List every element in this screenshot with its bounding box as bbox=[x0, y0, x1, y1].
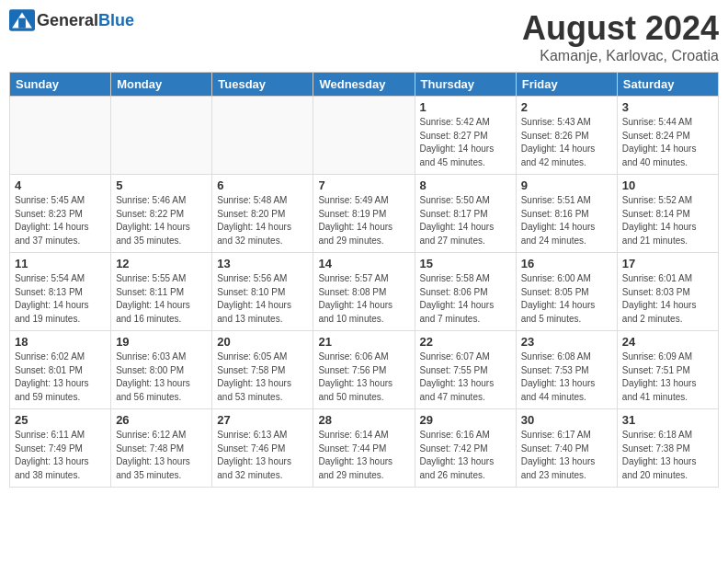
cell-date: 5 bbox=[116, 178, 207, 192]
cell-info: Sunrise: 6:16 AM Sunset: 7:42 PM Dayligh… bbox=[420, 429, 511, 482]
cell-info: Sunrise: 6:07 AM Sunset: 7:55 PM Dayligh… bbox=[420, 350, 511, 404]
calendar-cell bbox=[10, 97, 111, 175]
calendar-cell: 31Sunrise: 6:18 AM Sunset: 7:38 PM Dayli… bbox=[617, 409, 718, 488]
calendar-cell: 28Sunrise: 6:14 AM Sunset: 7:44 PM Dayli… bbox=[313, 409, 415, 488]
cell-date: 29 bbox=[420, 413, 511, 427]
cell-info: Sunrise: 6:02 AM Sunset: 8:01 PM Dayligh… bbox=[15, 350, 106, 404]
cell-info: Sunrise: 5:55 AM Sunset: 8:11 PM Dayligh… bbox=[116, 272, 207, 326]
cell-date: 26 bbox=[116, 413, 207, 427]
cell-info: Sunrise: 6:12 AM Sunset: 7:48 PM Dayligh… bbox=[116, 429, 207, 482]
day-header-sunday: Sunday bbox=[10, 73, 111, 97]
cell-info: Sunrise: 6:11 AM Sunset: 7:49 PM Dayligh… bbox=[15, 429, 106, 482]
calendar-cell: 22Sunrise: 6:07 AM Sunset: 7:55 PM Dayli… bbox=[415, 331, 516, 409]
cell-date: 3 bbox=[622, 100, 713, 114]
cell-info: Sunrise: 5:57 AM Sunset: 8:08 PM Dayligh… bbox=[318, 272, 409, 326]
cell-info: Sunrise: 6:05 AM Sunset: 7:58 PM Dayligh… bbox=[217, 350, 308, 404]
calendar-cell: 1Sunrise: 5:42 AM Sunset: 8:27 PM Daylig… bbox=[415, 97, 516, 175]
cell-date: 11 bbox=[15, 257, 106, 270]
cell-date: 7 bbox=[318, 178, 409, 192]
cell-date: 23 bbox=[521, 335, 612, 349]
calendar-cell: 14Sunrise: 5:57 AM Sunset: 8:08 PM Dayli… bbox=[313, 253, 415, 331]
title-block: August 2024 Kamanje, Karlovac, Croatia bbox=[522, 9, 719, 64]
cell-date: 28 bbox=[318, 413, 409, 427]
cell-info: Sunrise: 5:52 AM Sunset: 8:14 PM Dayligh… bbox=[622, 194, 713, 247]
cell-info: Sunrise: 5:46 AM Sunset: 8:22 PM Dayligh… bbox=[116, 194, 207, 247]
cell-date: 9 bbox=[521, 178, 612, 192]
cell-info: Sunrise: 5:58 AM Sunset: 8:06 PM Dayligh… bbox=[420, 272, 511, 326]
calendar-cell: 2Sunrise: 5:43 AM Sunset: 8:26 PM Daylig… bbox=[516, 97, 617, 175]
calendar-cell: 16Sunrise: 6:00 AM Sunset: 8:05 PM Dayli… bbox=[516, 253, 617, 331]
calendar-cell: 15Sunrise: 5:58 AM Sunset: 8:06 PM Dayli… bbox=[415, 253, 516, 331]
cell-date: 15 bbox=[420, 257, 511, 270]
cell-date: 6 bbox=[217, 178, 308, 192]
calendar-cell: 25Sunrise: 6:11 AM Sunset: 7:49 PM Dayli… bbox=[10, 409, 111, 488]
cell-date: 19 bbox=[116, 335, 207, 349]
calendar-cell: 21Sunrise: 6:06 AM Sunset: 7:56 PM Dayli… bbox=[313, 331, 415, 409]
cell-info: Sunrise: 5:43 AM Sunset: 8:26 PM Dayligh… bbox=[521, 116, 612, 169]
calendar-cell: 17Sunrise: 6:01 AM Sunset: 8:03 PM Dayli… bbox=[617, 253, 718, 331]
cell-date: 10 bbox=[622, 178, 713, 192]
page-header: GeneralBlue August 2024 Kamanje, Karlova… bbox=[9, 9, 719, 64]
calendar-cell: 8Sunrise: 5:50 AM Sunset: 8:17 PM Daylig… bbox=[415, 175, 516, 253]
cell-info: Sunrise: 5:49 AM Sunset: 8:19 PM Dayligh… bbox=[318, 194, 409, 247]
calendar-cell: 6Sunrise: 5:48 AM Sunset: 8:20 PM Daylig… bbox=[212, 175, 313, 253]
logo-blue: Blue bbox=[98, 11, 134, 29]
calendar-cell: 26Sunrise: 6:12 AM Sunset: 7:48 PM Dayli… bbox=[111, 409, 212, 488]
cell-info: Sunrise: 5:56 AM Sunset: 8:10 PM Dayligh… bbox=[217, 272, 308, 326]
calendar-cell: 12Sunrise: 5:55 AM Sunset: 8:11 PM Dayli… bbox=[111, 253, 212, 331]
cell-info: Sunrise: 5:54 AM Sunset: 8:13 PM Dayligh… bbox=[15, 272, 106, 326]
cell-info: Sunrise: 5:51 AM Sunset: 8:16 PM Dayligh… bbox=[521, 194, 612, 247]
calendar-cell: 24Sunrise: 6:09 AM Sunset: 7:51 PM Dayli… bbox=[617, 331, 718, 409]
cell-info: Sunrise: 6:08 AM Sunset: 7:53 PM Dayligh… bbox=[521, 350, 612, 404]
cell-date: 4 bbox=[15, 178, 106, 192]
day-header-tuesday: Tuesday bbox=[212, 73, 313, 97]
calendar-cell: 20Sunrise: 6:05 AM Sunset: 7:58 PM Dayli… bbox=[212, 331, 313, 409]
cell-info: Sunrise: 6:01 AM Sunset: 8:03 PM Dayligh… bbox=[622, 272, 713, 326]
cell-date: 2 bbox=[521, 100, 612, 114]
cell-info: Sunrise: 6:06 AM Sunset: 7:56 PM Dayligh… bbox=[318, 350, 409, 404]
day-header-friday: Friday bbox=[516, 73, 617, 97]
cell-date: 27 bbox=[217, 413, 308, 427]
calendar-cell: 9Sunrise: 5:51 AM Sunset: 8:16 PM Daylig… bbox=[516, 175, 617, 253]
calendar-cell bbox=[111, 97, 212, 175]
cell-date: 24 bbox=[622, 335, 713, 349]
cell-info: Sunrise: 6:03 AM Sunset: 8:00 PM Dayligh… bbox=[116, 350, 207, 404]
calendar-cell: 3Sunrise: 5:44 AM Sunset: 8:24 PM Daylig… bbox=[617, 97, 718, 175]
cell-info: Sunrise: 6:17 AM Sunset: 7:40 PM Dayligh… bbox=[521, 429, 612, 482]
location-subtitle: Kamanje, Karlovac, Croatia bbox=[522, 48, 719, 64]
day-header-wednesday: Wednesday bbox=[313, 73, 415, 97]
calendar-cell: 5Sunrise: 5:46 AM Sunset: 8:22 PM Daylig… bbox=[111, 175, 212, 253]
cell-date: 14 bbox=[318, 257, 409, 270]
calendar-cell: 7Sunrise: 5:49 AM Sunset: 8:19 PM Daylig… bbox=[313, 175, 415, 253]
calendar-cell bbox=[212, 97, 313, 175]
cell-date: 31 bbox=[622, 413, 713, 427]
cell-date: 17 bbox=[622, 257, 713, 270]
calendar-cell: 10Sunrise: 5:52 AM Sunset: 8:14 PM Dayli… bbox=[617, 175, 718, 253]
logo: GeneralBlue bbox=[9, 9, 134, 31]
calendar-cell: 18Sunrise: 6:02 AM Sunset: 8:01 PM Dayli… bbox=[10, 331, 111, 409]
cell-date: 30 bbox=[521, 413, 612, 427]
cell-info: Sunrise: 6:18 AM Sunset: 7:38 PM Dayligh… bbox=[622, 429, 713, 482]
day-header-monday: Monday bbox=[111, 73, 212, 97]
calendar-cell: 30Sunrise: 6:17 AM Sunset: 7:40 PM Dayli… bbox=[516, 409, 617, 488]
cell-date: 25 bbox=[15, 413, 106, 427]
day-header-thursday: Thursday bbox=[415, 73, 516, 97]
svg-rect-2 bbox=[18, 18, 26, 29]
cell-info: Sunrise: 5:50 AM Sunset: 8:17 PM Dayligh… bbox=[420, 194, 511, 247]
cell-date: 20 bbox=[217, 335, 308, 349]
cell-info: Sunrise: 6:14 AM Sunset: 7:44 PM Dayligh… bbox=[318, 429, 409, 482]
logo-general: General bbox=[37, 11, 98, 29]
cell-date: 18 bbox=[15, 335, 106, 349]
cell-info: Sunrise: 5:44 AM Sunset: 8:24 PM Dayligh… bbox=[622, 116, 713, 169]
calendar-cell: 29Sunrise: 6:16 AM Sunset: 7:42 PM Dayli… bbox=[415, 409, 516, 488]
cell-date: 13 bbox=[217, 257, 308, 270]
cell-date: 22 bbox=[420, 335, 511, 349]
cell-info: Sunrise: 5:48 AM Sunset: 8:20 PM Dayligh… bbox=[217, 194, 308, 247]
cell-info: Sunrise: 5:45 AM Sunset: 8:23 PM Dayligh… bbox=[15, 194, 106, 247]
cell-date: 16 bbox=[521, 257, 612, 270]
calendar-cell: 13Sunrise: 5:56 AM Sunset: 8:10 PM Dayli… bbox=[212, 253, 313, 331]
calendar-cell: 4Sunrise: 5:45 AM Sunset: 8:23 PM Daylig… bbox=[10, 175, 111, 253]
cell-date: 1 bbox=[420, 100, 511, 114]
calendar-cell: 23Sunrise: 6:08 AM Sunset: 7:53 PM Dayli… bbox=[516, 331, 617, 409]
calendar-cell bbox=[313, 97, 415, 175]
